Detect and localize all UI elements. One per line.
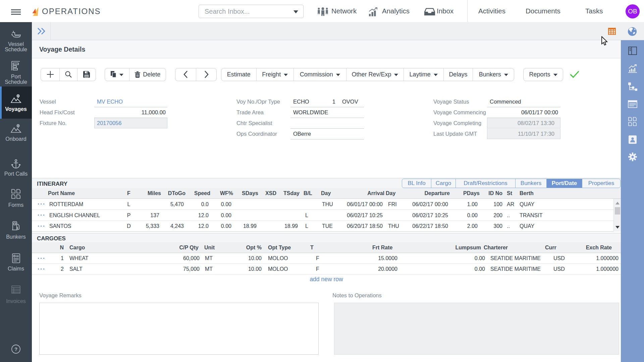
svg-text:?: ? <box>14 346 17 352</box>
